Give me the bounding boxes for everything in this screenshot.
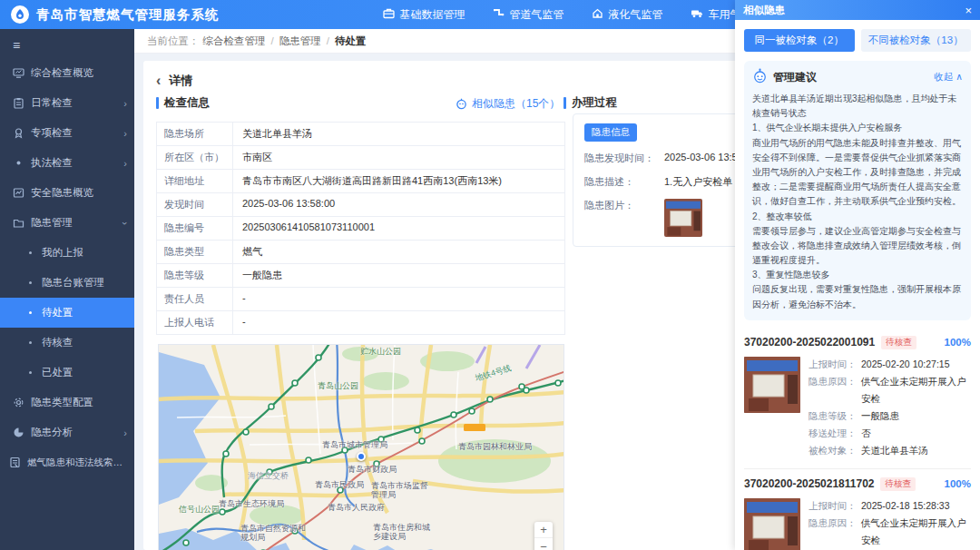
panel-title: 相似隐患	[743, 4, 785, 17]
field-label: 隐患原因：	[808, 515, 861, 549]
field-value: 供气企业未定期开展入户安检	[861, 373, 971, 408]
sidebar-item-label: 待处置	[42, 306, 127, 319]
advice-line: 1、供气企业长期未提供入户安检服务	[752, 121, 963, 135]
sidebar-item-label: 日常检查	[31, 96, 117, 110]
folder-icon	[12, 217, 24, 230]
row-value: 关道北单县羊汤	[233, 123, 564, 145]
similar-hazards-link[interactable]: 相似隐患（15个）	[456, 96, 560, 112]
close-icon[interactable]: ×	[965, 5, 972, 16]
nav-pipeline-gas[interactable]: 管道气监管	[493, 7, 564, 23]
hazard-photo[interactable]	[744, 497, 800, 550]
app-window: 青岛市智慧燃气管理服务系统 基础数据管理 管道气监管 液化气监管 车用气监管 ≡	[0, 0, 980, 550]
map[interactable]: 贮水山公园 青岛山公园 地铁4号线 海信立交桥 青岛市城市管理局 青岛市财政局 …	[158, 344, 564, 550]
sidebar-item-hazard-ledger[interactable]: 隐患台账管理	[0, 268, 134, 298]
sidebar-item-my-reports[interactable]: 我的上报	[0, 238, 134, 268]
tab-different-object[interactable]: 不同被检对象（13）	[861, 29, 972, 52]
nav-label: 液化气监管	[609, 7, 663, 23]
field-label: 被检对象：	[808, 442, 861, 459]
field-label: 隐患描述：	[584, 175, 664, 189]
sidebar-item-label: 专项检查	[31, 126, 117, 140]
table-row: 责任人员-	[157, 288, 564, 311]
row-label: 责任人员	[157, 288, 233, 310]
sidebar-item-pending-disposal[interactable]: 待处置	[0, 298, 134, 328]
chevron-right-icon: ›	[123, 128, 127, 139]
sidebar-item-hazard-management[interactable]: 隐患管理 ›	[0, 208, 134, 238]
similar-hazards-panel: 相似隐患 × 同一被检对象（2） 不同被检对象（13） 管理建议 收起 ∧ 关道…	[735, 0, 980, 550]
bullet-icon	[29, 341, 32, 344]
similar-hazard-card[interactable]: 37020200-2025022001091 待核查 100% 上报时间：202…	[744, 328, 971, 468]
section-label: 办理过程	[572, 95, 617, 111]
sidebar-item-daily-inspection[interactable]: 日常检查 ›	[0, 88, 134, 118]
sidebar-item-hazard-analysis[interactable]: 隐患分析 ›	[0, 417, 134, 447]
nav-basic-data[interactable]: 基础数据管理	[383, 7, 466, 23]
row-label: 隐患场所	[157, 123, 233, 145]
sidebar-item-label: 隐患台账管理	[42, 276, 127, 290]
field-value: 关道北单县羊汤	[861, 442, 928, 459]
inspection-info-table: 隐患场所关道北单县羊汤 所在区（市）市南区 详细地址青岛市市南区八大湖街道高田路…	[156, 122, 565, 335]
nav-label: 基础数据管理	[400, 7, 466, 23]
sidebar-item-label: 待核查	[42, 336, 127, 349]
row-value: 青岛市市南区八大湖街道高田路新田路41西南13(西南13米)	[233, 170, 564, 192]
sidebar-item-safety-hazard-overview[interactable]: 安全隐患概览	[0, 178, 134, 208]
field-value: 2025-02-20 10:27:15	[861, 356, 950, 373]
hazard-photo[interactable]	[744, 356, 800, 414]
table-row: 详细地址青岛市市南区八大湖街道高田路新田路41西南13(西南13米)	[157, 170, 564, 193]
status-badge: 待核查	[881, 336, 916, 349]
sidebar-item-disposed[interactable]: 已处置	[0, 358, 134, 388]
zoom-in-button[interactable]: +	[534, 522, 553, 538]
sidebar-item-special-inspection[interactable]: 专项检查 ›	[0, 118, 134, 148]
sidebar-item-label: 综合检查概览	[31, 66, 127, 80]
field-value: 2025-02-18 15:28:33	[861, 497, 950, 515]
chevron-right-icon: ›	[123, 427, 127, 438]
gear-icon	[12, 397, 24, 409]
tab-same-object[interactable]: 同一被检对象（2）	[744, 29, 855, 52]
sidebar-item-label: 已处置	[42, 366, 127, 379]
field-value: 否	[861, 425, 871, 442]
hazard-id: 37020200-2025022001091	[744, 336, 875, 349]
advice-line: 问题反复出现，需要对重复性隐患，强制开展根本原因分析，避免治标不治本。	[752, 282, 963, 311]
collapse-link[interactable]: 收起 ∧	[934, 71, 963, 83]
sidebar-item-gas-hazard-push[interactable]: 燃气隐患和违法线索推送	[0, 447, 134, 477]
page-title: 详情	[169, 73, 192, 89]
advice-line: 2、整改率较低	[752, 210, 963, 224]
field-label: 隐患原因：	[808, 373, 861, 408]
breadcrumb-item[interactable]: 综合检查管理	[203, 34, 266, 48]
map-zoom-control: + −	[534, 522, 553, 550]
section-label: 检查信息	[164, 95, 210, 111]
chart-icon	[12, 187, 24, 200]
row-label: 详细地址	[157, 170, 233, 192]
sidebar-item-law-inspection[interactable]: 执法检查 ›	[0, 148, 134, 178]
row-label: 发现时间	[157, 193, 233, 216]
breadcrumb-item[interactable]: 隐患管理	[279, 34, 321, 48]
nav-lpg[interactable]: 液化气监管	[592, 7, 663, 23]
sidebar-item-label: 隐患类型配置	[31, 396, 127, 409]
field-label: 移送处理：	[808, 425, 861, 442]
field-label: 隐患图片：	[584, 199, 664, 237]
app-title: 青岛市智慧燃气管理服务系统	[36, 6, 220, 24]
row-label: 所在区（市）	[157, 146, 233, 169]
bullet-icon	[29, 281, 32, 284]
panel-tabs: 同一被检对象（2） 不同被检对象（13）	[735, 20, 980, 59]
pipeline-icon	[493, 7, 505, 22]
back-button[interactable]: ‹	[156, 74, 161, 88]
table-row: 上报人电话-	[157, 311, 564, 335]
table-row: 隐患场所关道北单县羊汤	[157, 123, 564, 146]
row-value: 一般隐患	[233, 264, 564, 287]
sidebar-item-pending-verification[interactable]: 待核查	[0, 328, 134, 358]
menu-collapse-icon[interactable]: ≡	[0, 29, 134, 58]
advice-title: 管理建议	[773, 70, 928, 85]
sidebar-item-label: 隐患管理	[31, 216, 117, 230]
zoom-out-button[interactable]: −	[534, 538, 553, 550]
hazard-photo[interactable]	[664, 199, 702, 237]
table-row: 隐患等级一般隐患	[157, 264, 564, 288]
bullet-icon	[12, 157, 24, 170]
sidebar-item-overview[interactable]: 综合检查概览	[0, 58, 134, 88]
sidebar-item-hazard-type-config[interactable]: 隐患类型配置	[0, 388, 134, 417]
breadcrumb-separator: /	[271, 35, 274, 46]
monitor-icon	[12, 67, 24, 80]
field-label: 上报时间：	[808, 356, 861, 373]
map-marker-pin[interactable]	[357, 452, 366, 461]
bullet-icon	[29, 371, 32, 374]
similar-hazard-card[interactable]: 37020200-2025021811702 待核查 100% 上报时间：202…	[744, 468, 971, 550]
flame-logo-icon	[11, 5, 29, 24]
